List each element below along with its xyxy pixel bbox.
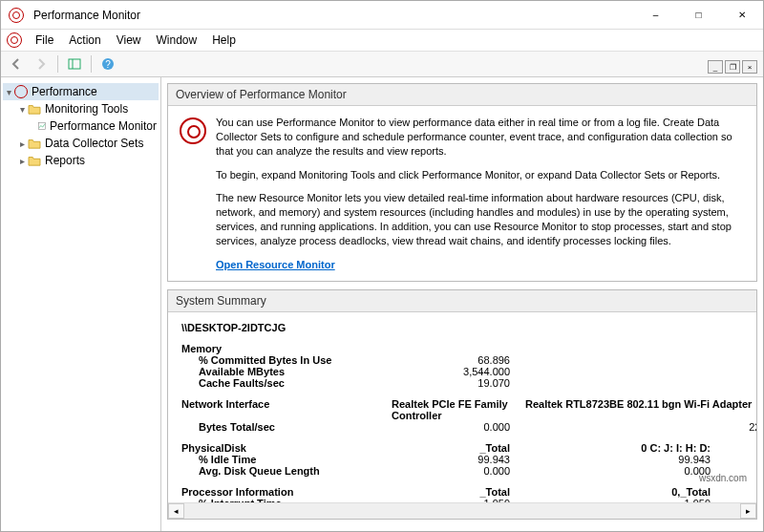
toolbar-back-button[interactable]: [5, 53, 28, 74]
overview-paragraph: The new Resource Monitor lets you view d…: [216, 191, 745, 247]
instance-header: _Total: [392, 442, 525, 454]
counter-name: % Committed Bytes In Use: [181, 354, 392, 366]
tree-expander[interactable]: ▸: [16, 156, 28, 166]
counter-value: 0.000: [392, 421, 525, 433]
app-icon: [7, 32, 22, 48]
summary-row: % Committed Bytes In Use 68.896: [181, 354, 743, 366]
mdi-controls: _ ❐ ×: [708, 60, 757, 74]
tree-node-reports[interactable]: ▸ Reports: [3, 152, 159, 169]
tree-node-performance-monitor[interactable]: Performance Monitor: [3, 117, 159, 135]
counter-value: 19.070: [392, 377, 525, 389]
counter-value: 3,544.000: [392, 366, 525, 377]
instance-header: 0,0: [726, 486, 756, 498]
counter-value: 99.943: [525, 454, 726, 465]
counter-name: Cache Faults/sec: [181, 377, 392, 389]
summary-category-network: Network Interface Realtek PCIe FE Family…: [181, 398, 743, 421]
summary-category-physicaldisk: PhysicalDisk _Total 0 C: J: I: H: D:: [181, 442, 743, 454]
tree-label: Performance Monitor: [48, 119, 157, 133]
folder-icon: [28, 102, 41, 116]
toolbar-separator: [91, 55, 92, 73]
performance-monitor-icon: [180, 117, 206, 144]
instance-header: Realtek PCIe FE Family Controller: [392, 398, 525, 421]
counter-name: % Idle Time: [181, 454, 392, 465]
summary-row: Cache Faults/sec 19.070: [181, 377, 743, 389]
counter-value: 0.000: [392, 465, 525, 477]
summary-row: % Idle Time 99.943 99.943: [181, 454, 743, 465]
window-close-button[interactable]: ✕: [720, 1, 763, 30]
performance-icon: [14, 85, 28, 98]
tree-node-performance[interactable]: ▾ Performance: [3, 83, 159, 100]
tree-expander[interactable]: ▸: [16, 138, 28, 149]
counter-name: Avg. Disk Queue Length: [181, 465, 392, 477]
tree-expander[interactable]: ▾: [16, 104, 28, 115]
toolbar-separator: [57, 55, 58, 73]
folder-icon: [28, 137, 41, 150]
overview-panel: Overview of Performance Monitor You can …: [167, 83, 757, 282]
counter-value: 4.702: [726, 498, 756, 502]
counter-value: 99.943: [392, 454, 525, 465]
tree-node-data-collector-sets[interactable]: ▸ Data Collector Sets: [3, 135, 159, 152]
counter-value: 1.959: [525, 498, 726, 502]
summary-hostname: \\DESKTOP-2IDTCJG: [181, 322, 743, 333]
instance-header: 0,_Total: [525, 486, 726, 498]
svg-text:?: ?: [105, 59, 111, 70]
titlebar[interactable]: Performance Monitor – □ ✕: [1, 1, 763, 30]
category-label: Network Interface: [181, 398, 392, 421]
scroll-left-button[interactable]: ◂: [168, 503, 184, 519]
tree-expander[interactable]: ▾: [3, 87, 14, 97]
overview-paragraph: You can use Performance Monitor to view …: [216, 116, 745, 159]
window-frame: Performance Monitor – □ ✕ File Action Vi…: [0, 0, 764, 532]
overview-header: Overview of Performance Monitor: [168, 84, 756, 106]
toolbar-show-hide-tree-button[interactable]: [63, 53, 86, 74]
summary-category-memory: Memory: [181, 343, 743, 354]
open-resource-monitor-link[interactable]: Open Resource Monitor: [216, 259, 335, 270]
app-icon: [9, 8, 24, 23]
tree-label: Performance: [30, 85, 97, 98]
menu-help[interactable]: Help: [204, 32, 244, 49]
toolbar-help-button[interactable]: ?: [96, 53, 119, 74]
menu-file[interactable]: File: [28, 32, 61, 49]
folder-icon: [28, 154, 41, 167]
mdi-minimize-button[interactable]: _: [708, 60, 723, 74]
summary-row: Available MBytes 3,544.000: [181, 366, 743, 377]
counter-name: Available MBytes: [181, 366, 392, 377]
system-summary-panel: System Summary \\DESKTOP-2IDTCJG Memory …: [167, 289, 757, 520]
mdi-restore-button[interactable]: ❐: [725, 60, 740, 74]
scroll-right-button[interactable]: ▸: [740, 503, 756, 519]
instance-header: _Total: [392, 486, 525, 498]
summary-category-processor: Processor Information _Total 0,_Total 0,…: [181, 486, 743, 498]
summary-row: % Interrupt Time 1.959 1.959 4.702: [181, 498, 743, 502]
menu-view[interactable]: View: [109, 32, 149, 49]
category-label: PhysicalDisk: [181, 442, 392, 454]
category-label: Processor Information: [181, 486, 392, 498]
window-title: Performance Monitor: [30, 9, 140, 22]
nav-tree[interactable]: ▾ Performance ▾ Monitoring Tools Perform…: [1, 77, 161, 531]
counter-value: 227.842: [726, 421, 756, 433]
system-summary-header: System Summary: [168, 290, 756, 312]
counter-value: 68.896: [392, 354, 525, 366]
tree-label: Reports: [43, 154, 85, 167]
counter-value: 0.000: [525, 465, 726, 477]
summary-row: Avg. Disk Queue Length 0.000 0.000: [181, 465, 743, 477]
system-summary-body[interactable]: \\DESKTOP-2IDTCJG Memory % Committed Byt…: [168, 312, 756, 502]
body: ▾ Performance ▾ Monitoring Tools Perform…: [1, 77, 763, 531]
content-pane: Overview of Performance Monitor You can …: [161, 77, 763, 531]
menu-window[interactable]: Window: [149, 32, 205, 49]
menu-action[interactable]: Action: [61, 32, 108, 49]
toolbar-forward-button[interactable]: [30, 53, 53, 74]
tree-label: Data Collector Sets: [43, 137, 143, 150]
toolbar: ?: [1, 51, 763, 77]
counter-name: % Interrupt Time: [181, 498, 392, 502]
window-minimize-button[interactable]: –: [634, 1, 677, 30]
horizontal-scrollbar[interactable]: ◂ ▸: [168, 502, 756, 519]
chart-icon: [38, 119, 46, 133]
mdi-close-button[interactable]: ×: [742, 60, 757, 74]
instance-header: 0 C: J: I: H: D:: [525, 442, 726, 454]
scroll-track[interactable]: [184, 503, 740, 519]
window-maximize-button[interactable]: □: [677, 1, 720, 30]
svg-rect-4: [38, 123, 45, 130]
instance-header: Realtek RTL8723BE 802.11 bgn Wi-Fi Adapt…: [525, 398, 756, 421]
summary-row: Bytes Total/sec 0.000 227.842: [181, 421, 743, 433]
menubar: File Action View Window Help _ ❐ ×: [1, 30, 763, 51]
tree-node-monitoring-tools[interactable]: ▾ Monitoring Tools: [3, 100, 159, 117]
